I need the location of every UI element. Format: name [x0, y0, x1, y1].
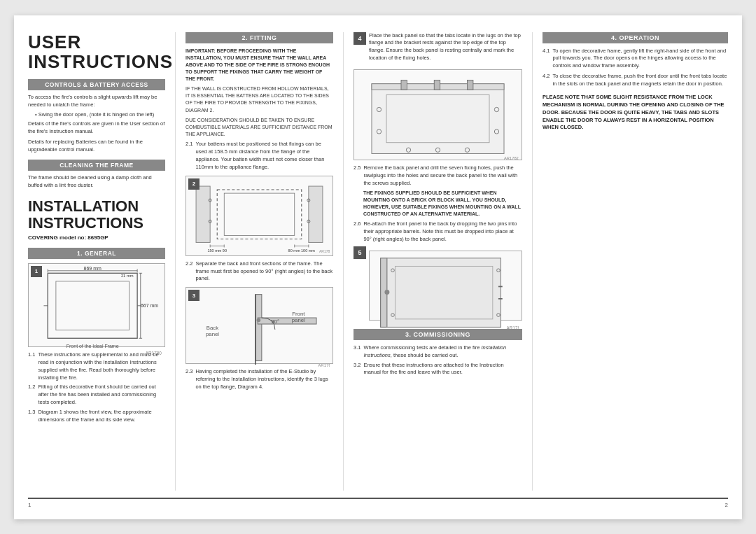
- svg-rect-17: [217, 190, 302, 239]
- diagram-5-svg: AR1783: [372, 254, 519, 331]
- operation-warning: PLEASE NOTE THAT SOME SLIGHT RESISTANCE …: [542, 94, 728, 132]
- svg-text:150 mm  90: 150 mm 90: [207, 248, 227, 252]
- svg-text:panel: panel: [206, 331, 219, 337]
- cleaning-header: CLEANING THE FRAME: [28, 160, 165, 171]
- fitting-item-3: 2.3 Having completed the installation of…: [186, 368, 333, 391]
- fitting-item-5: 2.5 Remove the back panel and drill the …: [354, 164, 522, 188]
- svg-rect-15: [196, 186, 210, 242]
- svg-rect-45: [434, 80, 440, 90]
- controls-text-3: Details for replacing Batteries can be f…: [28, 139, 165, 154]
- fitting-para3: DUE CONSIDERATION SHOULD BE TAKEN TO ENS…: [186, 117, 333, 138]
- user-instructions-title: USER INSTRUCTIONS: [28, 32, 165, 72]
- diagram-3-svg: 90° Back panel Front panel AR1781: [189, 290, 330, 369]
- svg-text:AR1783: AR1783: [507, 325, 519, 330]
- diagram-1-svg: 869 mm 667 mm 21 mm Front of the Ideal F…: [31, 267, 162, 356]
- svg-text:AR1782: AR1782: [504, 156, 519, 160]
- title-text: USER INSTRUCTIONS: [28, 31, 173, 73]
- controls-header: CONTROLS & BATTERY ACCESS: [28, 79, 165, 90]
- fitting-intro: IMPORTANT: BEFORE PROCEEDING WITH THE IN…: [186, 48, 333, 83]
- general-item-3: 1.3 Diagram 1 shows the front view, the …: [28, 409, 165, 424]
- svg-rect-46: [468, 80, 473, 90]
- controls-text-2: Details of the fire's controls are given…: [28, 120, 165, 136]
- operation-header: 4. OPERATION: [542, 32, 728, 43]
- column-3: 4 Place the back panel so that the tabs …: [343, 32, 532, 491]
- svg-point-36: [257, 318, 261, 323]
- main-content: USER INSTRUCTIONS CONTROLS & BATTERY ACC…: [28, 32, 728, 491]
- controls-text-1: To access the fire's controls a slight u…: [28, 94, 165, 109]
- svg-text:AR1781: AR1781: [318, 363, 330, 368]
- cleaning-text: The frame should be cleaned using a damp…: [28, 174, 165, 190]
- fitting-item-4-text: Place the back panel so that the tabs lo…: [369, 32, 522, 63]
- svg-text:21 mm: 21 mm: [121, 274, 134, 278]
- svg-rect-0: [48, 273, 137, 338]
- svg-rect-44: [401, 80, 407, 90]
- svg-rect-33: [258, 318, 316, 324]
- fitting-para2: IF THE WALL IS CONSTRUCTED FROM HOLLOW M…: [186, 85, 333, 114]
- diagram-5-container: AR1783: [369, 246, 522, 325]
- svg-rect-32: [255, 295, 262, 361]
- svg-text:Back: Back: [206, 325, 218, 331]
- item-diagram-5-row: 5: [354, 246, 522, 325]
- svg-text:panel: panel: [292, 317, 305, 323]
- diagram-3: 3 90° Back panel Front: [186, 287, 333, 364]
- diagram-1-label: 1: [31, 266, 42, 277]
- diagram-2-label: 2: [188, 178, 200, 190]
- page-wrapper: USER INSTRUCTIONS CONTROLS & BATTERY ACC…: [14, 15, 742, 519]
- svg-rect-18: [224, 193, 294, 235]
- svg-rect-42: [372, 84, 504, 154]
- covering-text: COVERING model no: 8695GP: [28, 234, 165, 241]
- svg-text:90°: 90°: [271, 318, 279, 325]
- diagram-3-label: 3: [188, 290, 200, 301]
- commissioning-item-2: 3.2 Ensure that these instructions are a…: [354, 362, 522, 377]
- svg-text:AR1780: AR1780: [146, 350, 162, 355]
- diagram-4-badge: 4: [354, 32, 366, 45]
- commissioning-item-1: 3.1 Where commissioning tests are detail…: [354, 344, 522, 360]
- svg-rect-16: [309, 186, 323, 242]
- diagram-1: 1 869 mm 667 mm 21: [28, 263, 165, 347]
- fitting-header: 2. FITTING: [186, 32, 333, 43]
- column-2: 2. FITTING IMPORTANT: BEFORE PROCEEDING …: [175, 32, 343, 491]
- fitting-item-1: 2.1 Your battens must be positioned so t…: [186, 141, 333, 171]
- diagram-4-svg: AR1782: [357, 73, 519, 161]
- svg-rect-1: [56, 281, 130, 330]
- operation-item-1: 4.1 To open the decorative frame, gently…: [542, 48, 728, 71]
- svg-text:AR1782: AR1782: [319, 248, 330, 253]
- item-2-4-row: 4 Place the back panel so that the tabs …: [354, 32, 522, 66]
- svg-text:667 mm: 667 mm: [141, 303, 158, 308]
- page-footer: 1 2: [28, 498, 728, 508]
- svg-text:Front of the Ideal Frame: Front of the Ideal Frame: [66, 344, 119, 349]
- svg-text:869 mm: 869 mm: [84, 267, 102, 271]
- fitting-warning: THE FIXINGS SUPPLIED SHOULD BE SUFFICIEN…: [363, 190, 522, 218]
- svg-text:80 mm  100 mm: 80 mm 100 mm: [288, 248, 316, 252]
- column-4: 4. OPERATION 4.1 To open the decorative …: [532, 32, 728, 491]
- diagram-2-svg: 150 mm 90 80 mm 100 mm AR1782: [189, 179, 330, 253]
- fitting-item-2: 2.2 Separate the back and front sections…: [186, 260, 333, 283]
- fitting-item-6: 2.6 Re-attach the front panel to the bac…: [354, 220, 522, 244]
- commissioning-section: 3. COMMISSIONING 3.1 Where commissioning…: [354, 329, 522, 377]
- svg-text:Front: Front: [292, 311, 305, 317]
- operation-item-2: 4.2 To close the decorative frame, push …: [542, 73, 728, 88]
- general-item-2: 1.2 Fitting of this decorative front sho…: [28, 384, 165, 407]
- page-number-right: 2: [725, 502, 728, 508]
- diagram-5-badge: 5: [354, 246, 366, 259]
- svg-point-59: [384, 290, 389, 295]
- diagram-2: 2 150 mm 90: [186, 176, 333, 256]
- diagram-4: AR1782: [354, 69, 522, 160]
- svg-rect-57: [387, 258, 501, 328]
- general-header: 1. GENERAL: [28, 248, 165, 259]
- installation-title: INSTALLATION INSTRUCTIONS: [28, 198, 165, 232]
- column-1: USER INSTRUCTIONS CONTROLS & BATTERY ACC…: [28, 32, 175, 491]
- controls-bullet: • Swing the door open, (note it is hinge…: [28, 111, 165, 119]
- page-number-left: 1: [28, 502, 31, 508]
- diagram-5: AR1783: [369, 251, 522, 321]
